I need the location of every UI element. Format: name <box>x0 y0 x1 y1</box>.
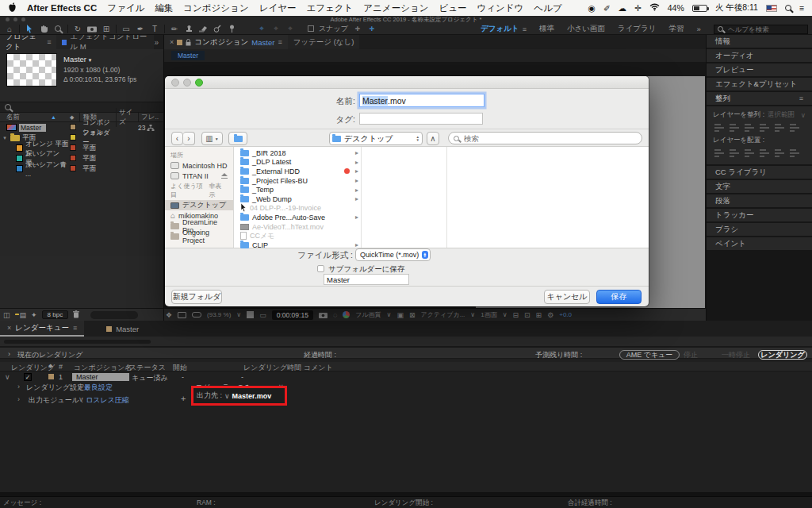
label-color[interactable] <box>70 155 76 161</box>
label-column-icon[interactable]: ◆ <box>70 114 79 121</box>
exposure-value[interactable]: +0.0 <box>559 311 572 318</box>
viewer-tab-master[interactable]: Master <box>171 51 205 60</box>
new-folder-toolbar-button[interactable] <box>228 132 247 145</box>
menu-edit[interactable]: 編集 <box>155 2 173 14</box>
file-row[interactable]: Adobe Pre...Auto-Save▸ <box>234 213 361 222</box>
column-name[interactable]: 名前 <box>0 113 51 122</box>
selection-tool[interactable] <box>25 24 34 34</box>
view-layout-select[interactable]: 1画面 <box>481 310 496 319</box>
distribute-top-button[interactable] <box>714 149 724 157</box>
chevron-down-icon[interactable]: ∨ <box>801 111 806 119</box>
snapshot-camera-icon[interactable] <box>319 312 327 318</box>
add-output-module-icon[interactable]: + <box>181 394 186 403</box>
label-color[interactable] <box>70 124 76 130</box>
panel-menu-icon[interactable]: ≡ <box>278 38 282 46</box>
cloud-app-icon[interactable]: ☁ <box>618 3 626 13</box>
tab-timeline-master[interactable]: Master <box>98 321 147 337</box>
twirl-down-icon[interactable]: ∨ <box>5 373 10 381</box>
chevron-down-icon[interactable]: ∨ <box>224 392 230 400</box>
pan-behind-tool[interactable]: ⊞ <box>102 24 111 34</box>
panel-menu-icon[interactable]: ≡ <box>47 38 51 46</box>
distribute-left-button[interactable] <box>760 149 769 157</box>
adjust-icon[interactable]: ✦ <box>31 311 37 319</box>
dialog-traffic-lights[interactable] <box>171 79 203 87</box>
panel-brushes[interactable]: ブラシ <box>707 223 812 236</box>
sidebar-item-desktop[interactable]: デスクトップ <box>165 200 233 210</box>
help-search-box[interactable] <box>714 25 808 34</box>
hand-tool[interactable] <box>39 24 48 34</box>
align-left-button[interactable] <box>714 124 724 132</box>
menu-view[interactable]: ビュー <box>439 2 466 14</box>
menu-composition[interactable]: コンポジション <box>183 2 248 14</box>
pixel-aspect-icon[interactable]: ⊟ <box>513 311 519 319</box>
pen-app-icon[interactable]: ✐ <box>603 3 611 13</box>
menu-file[interactable]: ファイル <box>107 2 144 14</box>
render-button[interactable]: レンダリング <box>758 350 807 360</box>
align-top-button[interactable] <box>760 124 769 132</box>
chevron-down-icon[interactable]: ∨ <box>236 311 241 318</box>
cancel-button[interactable]: キャンセル <box>544 290 590 304</box>
main-viewer-icon[interactable] <box>178 312 186 318</box>
label-color[interactable] <box>70 134 76 140</box>
sidebar-item-macintosh-hd[interactable]: Macintosh HD <box>165 160 233 171</box>
file-row[interactable]: _Temp▸ <box>234 185 361 194</box>
shape-tool[interactable]: ▭ <box>121 24 131 34</box>
chevron-down-icon[interactable]: ∨ <box>470 311 475 318</box>
type-tool[interactable]: T <box>150 24 159 34</box>
always-preview-icon[interactable]: ❖ <box>166 311 172 319</box>
render-settings-link[interactable]: 最良設定 <box>84 383 113 393</box>
save-in-subfolder-checkbox[interactable] <box>317 265 324 272</box>
horizontal-scrollbar[interactable] <box>4 340 151 344</box>
workspace-default[interactable]: デフォルト≡ <box>481 24 527 34</box>
vr-view-icon[interactable] <box>192 312 201 318</box>
align-center-v-button[interactable] <box>775 124 784 132</box>
subfolder-name-input[interactable]: Master <box>324 274 409 285</box>
tab-composition[interactable]: × コンポジション Master ≡ <box>164 35 288 49</box>
transparency-grid-icon[interactable]: ⊠ <box>409 311 416 319</box>
workspace-overflow-icon[interactable]: » <box>696 25 700 33</box>
roto-brush-tool[interactable] <box>213 24 222 34</box>
project-row-solid[interactable]: 深いシアン青 ... 平面 <box>0 164 163 174</box>
tags-input[interactable] <box>359 113 483 125</box>
column-divider[interactable] <box>361 147 362 248</box>
eject-icon[interactable] <box>221 173 228 179</box>
menu-layer[interactable]: レイヤー <box>259 2 297 14</box>
magnification-value[interactable]: (93.9 %) <box>207 311 231 318</box>
panel-audio[interactable]: オーディオ <box>707 49 812 62</box>
column-status[interactable]: ステータス <box>129 363 166 373</box>
camera-tool[interactable] <box>87 24 97 34</box>
file-row[interactable]: _DLP Latest▸ <box>234 158 361 167</box>
flag-down-icon[interactable]: ▾ <box>89 57 92 63</box>
project-bit-depth[interactable]: 8 bpc <box>42 310 69 319</box>
new-composition-icon[interactable]: ▤ <box>20 311 27 319</box>
axis-mode-icon[interactable]: ⌖ <box>257 24 266 34</box>
align-right-button[interactable] <box>745 124 754 132</box>
current-timecode[interactable]: 0:00:09:15 <box>272 310 313 320</box>
chevron-down-icon[interactable]: ∨ <box>503 311 508 318</box>
hide-button[interactable]: 非表示 <box>209 182 228 199</box>
align-layers-select[interactable]: 選択範囲 <box>768 110 795 120</box>
wifi-icon[interactable] <box>649 3 660 13</box>
timeline-button-icon[interactable]: ⊡ <box>524 311 530 319</box>
fast-previews-icon[interactable]: ▣ <box>396 311 404 319</box>
input-source-flag-icon[interactable] <box>766 5 777 12</box>
resolution-select[interactable]: フル画質 <box>355 310 381 319</box>
panel-paragraph[interactable]: 段落 <box>707 194 812 207</box>
align-bottom-button[interactable] <box>790 124 799 132</box>
pause-button[interactable]: 一時停止 <box>722 350 750 360</box>
move-app-icon[interactable]: ✛ <box>634 3 642 13</box>
panel-info[interactable]: 情報 <box>707 35 812 48</box>
snap-option-icon[interactable]: ✛ <box>353 24 362 34</box>
eraser-tool[interactable] <box>198 24 208 34</box>
rotate-tool[interactable]: ↻ <box>73 24 82 34</box>
column-size[interactable]: サイズ <box>116 108 138 127</box>
menubar-clock[interactable]: 火 午後8:11 <box>715 2 758 13</box>
snap-option-icon-active[interactable]: ✛ <box>367 24 377 34</box>
screen-record-icon[interactable]: ◉ <box>588 3 595 13</box>
panel-menu-icon[interactable]: ≡ <box>799 94 803 102</box>
close-tab-icon[interactable]: × <box>170 38 174 46</box>
forward-button[interactable]: › <box>183 132 195 145</box>
distribute-right-button[interactable] <box>790 149 799 157</box>
stop-button[interactable]: 停止 <box>684 350 698 360</box>
sort-ascending-icon[interactable]: ▲ <box>51 114 70 120</box>
